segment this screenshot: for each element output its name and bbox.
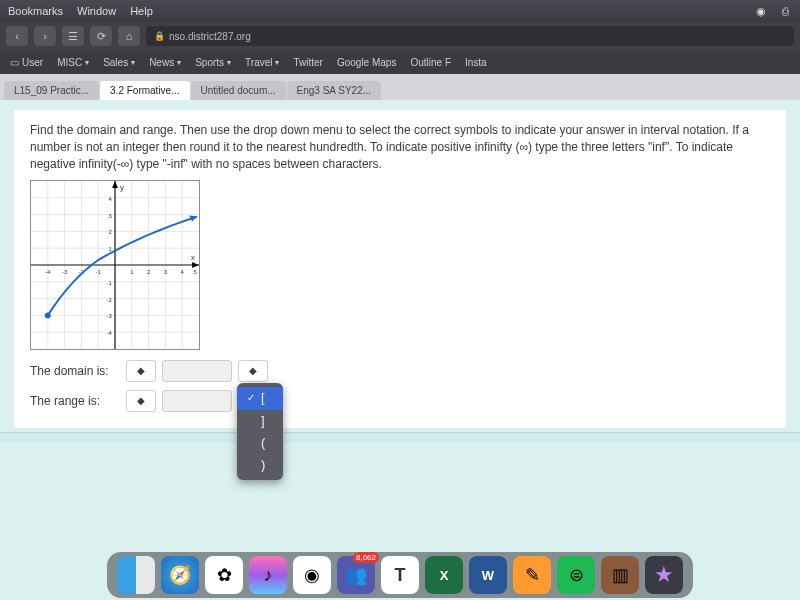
reload-button[interactable]: ⟳ xyxy=(90,26,112,46)
svg-marker-18 xyxy=(112,181,118,188)
badge-count: 8,662 xyxy=(353,552,379,563)
printer-icon[interactable]: ⎙ xyxy=(778,4,792,18)
range-row: The range is: ◆ ◆ xyxy=(30,390,770,412)
svg-text:-1: -1 xyxy=(96,269,101,275)
chevron-down-icon: ▾ xyxy=(275,58,279,67)
dock-photos-icon[interactable]: ✿ xyxy=(205,556,243,594)
star-icon: ★ xyxy=(654,562,674,588)
forward-button[interactable]: › xyxy=(34,26,56,46)
select-arrows-icon: ◆ xyxy=(249,364,257,378)
dock-safari-icon[interactable]: 🧭 xyxy=(161,556,199,594)
svg-text:2: 2 xyxy=(108,230,111,236)
question-text: Find the domain and range. Then use the … xyxy=(30,122,770,172)
bracket-dropdown: ✓[ ] ( ) xyxy=(237,383,283,480)
tab-3[interactable]: Eng3 SA SY22... xyxy=(287,81,382,100)
bookmark-twitter[interactable]: Twitter xyxy=(293,57,322,68)
cc-icon[interactable]: ◉ xyxy=(754,4,768,18)
address-bar[interactable]: 🔒 nso.district287.org xyxy=(146,26,794,46)
svg-text:-1: -1 xyxy=(106,280,111,286)
dock-chrome-icon[interactable]: ◉ xyxy=(293,556,331,594)
domain-row: The domain is: ◆ ◆ ✓[ ] ( ) xyxy=(30,360,770,382)
chevron-down-icon: ▾ xyxy=(85,58,89,67)
svg-text:1: 1 xyxy=(130,269,133,275)
browser-toolbar: ‹ › ☰ ⟳ ⌂ 🔒 nso.district287.org xyxy=(0,22,800,50)
sidebar-button[interactable]: ☰ xyxy=(62,26,84,46)
bookmark-insta[interactable]: Insta xyxy=(465,57,487,68)
svg-text:-2: -2 xyxy=(106,297,111,303)
svg-text:5: 5 xyxy=(193,269,197,275)
tab-1[interactable]: 3.2 Formative... xyxy=(100,81,189,100)
tab-2[interactable]: Untitled docum... xyxy=(191,81,286,100)
tab-strip: L15_09 Practic... 3.2 Formative... Untit… xyxy=(0,74,800,100)
bookmark-outline[interactable]: Outline F xyxy=(410,57,451,68)
range-label: The range is: xyxy=(30,393,120,410)
home-button[interactable]: ⌂ xyxy=(118,26,140,46)
dropdown-option-close-paren[interactable]: ) xyxy=(237,454,283,476)
dock-excel-icon[interactable]: X xyxy=(425,556,463,594)
range-left-bracket-select[interactable]: ◆ xyxy=(126,390,156,412)
dock-wrap: 🧭 ✿ ♪ ◉ 👥 8,662 T X W ✎ ⊜ ▥ ★ xyxy=(0,552,800,598)
domain-label: The domain is: xyxy=(30,363,120,380)
dock-folder-icon[interactable]: ▥ xyxy=(601,556,639,594)
y-axis-label: y xyxy=(120,183,124,192)
svg-text:2: 2 xyxy=(147,269,150,275)
svg-text:-3: -3 xyxy=(106,314,112,320)
graph: -4-3-2-1 12345 4321 -1-2-3-4 y x xyxy=(30,180,200,350)
svg-text:3: 3 xyxy=(164,269,168,275)
menu-help[interactable]: Help xyxy=(130,5,153,17)
page-content: Find the domain and range. Then use the … xyxy=(0,100,800,600)
svg-text:-4: -4 xyxy=(45,269,51,275)
back-button[interactable]: ‹ xyxy=(6,26,28,46)
dropdown-option-open-paren[interactable]: ( xyxy=(237,432,283,454)
chevron-down-icon: ▾ xyxy=(177,58,181,67)
mac-menubar: Bookmarks Window Help ◉ ⎙ xyxy=(0,0,800,22)
bookmark-travel[interactable]: Travel▾ xyxy=(245,57,279,68)
bookmarks-bar: ▭ User MISC▾ Sales▾ News▾ Sports▾ Travel… xyxy=(0,50,800,74)
check-icon: ✓ xyxy=(247,391,257,405)
question-card: Find the domain and range. Then use the … xyxy=(14,110,786,428)
menu-window[interactable]: Window xyxy=(77,5,116,17)
dock-teams-icon[interactable]: 👥 8,662 xyxy=(337,556,375,594)
select-arrows-icon: ◆ xyxy=(137,364,145,378)
select-arrows-icon: ◆ xyxy=(137,394,145,408)
bookmark-misc[interactable]: MISC▾ xyxy=(57,57,89,68)
lock-icon: 🔒 xyxy=(154,31,165,41)
dock: 🧭 ✿ ♪ ◉ 👥 8,662 T X W ✎ ⊜ ▥ ★ xyxy=(107,552,693,598)
folder-icon: ▭ xyxy=(10,57,19,68)
chevron-down-icon: ▾ xyxy=(131,58,135,67)
content-footer xyxy=(0,432,800,442)
closed-endpoint-icon xyxy=(45,313,51,319)
domain-right-bracket-select[interactable]: ◆ ✓[ ] ( ) xyxy=(238,360,268,382)
dropdown-option-open-square[interactable]: ✓[ xyxy=(237,387,283,409)
svg-text:-4: -4 xyxy=(106,331,112,337)
bookmark-sports[interactable]: Sports▾ xyxy=(195,57,231,68)
bookmark-news[interactable]: News▾ xyxy=(149,57,181,68)
dock-t-icon[interactable]: T xyxy=(381,556,419,594)
dock-word-icon[interactable]: W xyxy=(469,556,507,594)
svg-text:4: 4 xyxy=(108,196,112,202)
menu-bookmarks[interactable]: Bookmarks xyxy=(8,5,63,17)
bookmark-user[interactable]: ▭ User xyxy=(10,57,43,68)
svg-marker-19 xyxy=(192,262,199,268)
tab-0[interactable]: L15_09 Practic... xyxy=(4,81,99,100)
dock-spotify-icon[interactable]: ⊜ xyxy=(557,556,595,594)
domain-value-input[interactable] xyxy=(162,360,232,382)
svg-text:3: 3 xyxy=(108,213,112,219)
svg-text:1: 1 xyxy=(108,247,111,253)
dock-imovie-icon[interactable]: ★ xyxy=(645,556,683,594)
dock-music-icon[interactable]: ♪ xyxy=(249,556,287,594)
x-axis-label: x xyxy=(191,253,195,262)
svg-text:4: 4 xyxy=(181,269,185,275)
bookmark-sales[interactable]: Sales▾ xyxy=(103,57,135,68)
dropdown-option-close-square[interactable]: ] xyxy=(237,410,283,432)
range-value-input[interactable] xyxy=(162,390,232,412)
chevron-down-icon: ▾ xyxy=(227,58,231,67)
dock-finder-icon[interactable] xyxy=(117,556,155,594)
domain-left-bracket-select[interactable]: ◆ xyxy=(126,360,156,382)
bookmark-google-maps[interactable]: Google Maps xyxy=(337,57,396,68)
address-text: nso.district287.org xyxy=(169,31,251,42)
svg-text:-3: -3 xyxy=(62,269,68,275)
dock-pages-icon[interactable]: ✎ xyxy=(513,556,551,594)
screen: Bookmarks Window Help ◉ ⎙ ‹ › ☰ ⟳ ⌂ 🔒 ns… xyxy=(0,0,800,600)
